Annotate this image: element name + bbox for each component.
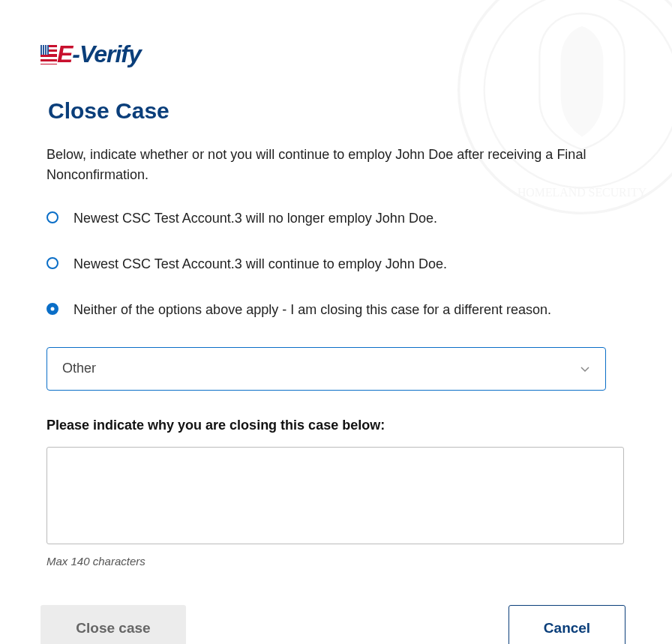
radio-icon bbox=[46, 211, 58, 223]
textarea-hint: Max 140 characters bbox=[46, 555, 632, 568]
logo-verify-text: Verify bbox=[80, 40, 141, 67]
logo-e-text: E bbox=[57, 40, 72, 67]
radio-icon bbox=[46, 257, 58, 269]
instruction-text: Below, indicate whether or not you will … bbox=[46, 145, 632, 185]
radio-option-no-longer-employ[interactable]: Newest CSC Test Account.3 will no longer… bbox=[46, 209, 632, 228]
radio-label: Newest CSC Test Account.3 will continue … bbox=[74, 255, 447, 274]
button-row: Close case Cancel bbox=[40, 605, 632, 644]
employment-radio-group: Newest CSC Test Account.3 will no longer… bbox=[46, 209, 632, 320]
dropdown-selected-text: Other bbox=[62, 361, 96, 376]
chevron-down-icon bbox=[580, 364, 590, 374]
cancel-button[interactable]: Cancel bbox=[508, 605, 626, 644]
radio-option-neither[interactable]: Neither of the options above apply - I a… bbox=[46, 301, 632, 319]
radio-label: Neither of the options above apply - I a… bbox=[74, 301, 551, 319]
everify-logo: E-Verify bbox=[40, 40, 632, 68]
radio-icon-selected bbox=[46, 303, 58, 315]
textarea-label: Please indicate why you are closing this… bbox=[46, 418, 632, 433]
radio-option-continue-employ[interactable]: Newest CSC Test Account.3 will continue … bbox=[46, 255, 632, 274]
close-case-button[interactable]: Close case bbox=[40, 605, 186, 644]
logo-flag-icon bbox=[40, 45, 57, 64]
logo-dash-text: - bbox=[72, 40, 80, 67]
reason-dropdown[interactable]: Other bbox=[46, 347, 606, 391]
radio-label: Newest CSC Test Account.3 will no longer… bbox=[74, 209, 437, 228]
page-title: Close Case bbox=[48, 98, 632, 124]
close-reason-textarea[interactable] bbox=[46, 447, 624, 544]
